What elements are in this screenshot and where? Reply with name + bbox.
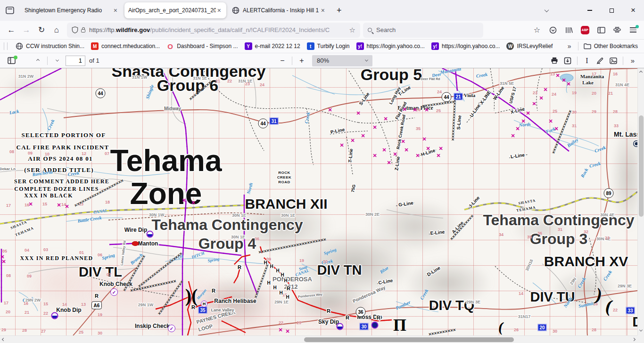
horizontal-scrollbar-thumb[interactable] — [304, 337, 514, 342]
next-page-button[interactable] — [50, 55, 64, 67]
list-all-tabs-button[interactable] — [539, 3, 553, 17]
dozer-x-mark: ✕ — [382, 147, 386, 153]
search-bar[interactable]: Search — [363, 23, 483, 38]
tab-close-icon[interactable]: × — [112, 7, 119, 14]
other-bookmarks-folder[interactable]: Other Bookmarks — [580, 41, 641, 51]
map-label: Inskip Check — [135, 323, 170, 329]
section-number: 33 — [614, 124, 619, 128]
section-number: 36 — [537, 231, 542, 236]
pdf-sidebar-toggle-button[interactable] — [5, 55, 18, 67]
dozer-x-mark: ✕ — [356, 111, 360, 116]
tab-close-icon[interactable]: × — [216, 7, 223, 14]
home-button[interactable]: ⌂ — [49, 23, 64, 38]
new-tab-button[interactable]: + — [332, 4, 347, 17]
map-marker-sqshield: A6 — [91, 302, 102, 310]
extensions-button[interactable] — [610, 23, 624, 37]
other-bookmarks-label: Other Bookmarks — [594, 43, 638, 49]
section-number: 07 — [105, 152, 109, 156]
map-marker-bluebox: 30 — [360, 323, 369, 330]
draw-tool-button[interactable] — [594, 55, 607, 67]
tab-airops[interactable]: AirOps_arch_e_port_20240731_2041_ × — [124, 2, 226, 18]
section-number: 20 — [323, 260, 328, 264]
zoom-in-button[interactable]: + — [295, 55, 308, 67]
map-label: PONDEROSA — [272, 276, 312, 282]
yahoo-login-icon: y! — [356, 42, 364, 50]
url-bar[interactable]: https://ftp.wildfire.gov/public/incident… — [67, 23, 360, 38]
map-marker-bluebox: 31 — [270, 118, 279, 125]
dozer-x-mark: ✕ — [393, 152, 397, 157]
reload-button[interactable]: ↻ — [34, 23, 49, 38]
map-label: Spring — [207, 257, 220, 263]
window-minimize-button[interactable] — [579, 0, 601, 21]
tab-close-icon[interactable]: × — [320, 7, 326, 14]
scroll-up-arrow-icon[interactable] — [639, 71, 643, 74]
section-number: 28 — [592, 328, 596, 332]
yahoo-mail-icon: Y — [245, 42, 252, 50]
scroll-right-arrow-icon[interactable] — [632, 338, 636, 341]
vertical-scrollbar-thumb[interactable] — [639, 115, 644, 217]
map-label: ROCK — [278, 171, 290, 175]
map-label: 29N — [570, 277, 578, 286]
scroll-left-arrow-icon[interactable] — [2, 338, 5, 341]
print-button[interactable] — [548, 55, 561, 67]
section-number: 25 — [553, 109, 557, 114]
map-label: 29N 1E — [274, 300, 289, 304]
bookmark-item[interactable]: W IRSLevyRelief — [503, 41, 556, 51]
map-label: Creek — [577, 277, 587, 289]
bookmark-item[interactable]: O Dashboard - Simpson ... — [163, 41, 241, 51]
bookmark-item[interactable]: M connect.mheducation... — [88, 41, 163, 51]
h-mark: H — [284, 278, 287, 283]
firefox-view-button[interactable] — [3, 3, 17, 17]
print-icon — [551, 57, 558, 64]
h-mark: H — [276, 269, 279, 273]
section-number: 04 — [25, 248, 29, 253]
url-domain: wildfire.gov — [116, 26, 150, 33]
section-number: 08 — [9, 150, 14, 154]
forward-button[interactable]: → — [19, 23, 34, 38]
add-image-tool-button[interactable] — [607, 55, 620, 67]
bookmark-item[interactable]: y! https://login.yahoo.co... — [353, 41, 428, 51]
scroll-down-arrow-icon[interactable] — [639, 328, 643, 332]
section-number: 24 — [552, 92, 556, 97]
map-label: Battle Creek — [77, 215, 102, 223]
bookmark-item[interactable]: CCW instruction Shin... — [12, 41, 88, 51]
section-number: 23 — [297, 321, 301, 325]
bookmark-label: https://login.yahoo.co... — [367, 43, 425, 49]
download-button[interactable] — [561, 55, 574, 67]
previous-page-button[interactable] — [31, 55, 44, 67]
bookmark-item[interactable]: y! https://login.yahoo.co... — [428, 41, 503, 51]
pdf-map-page[interactable]: .pl{stroke:#9a00c8;stroke-width:2.4;fill… — [0, 68, 637, 335]
pdf-viewer-toolbar: of 1 − + 80% I » — [0, 53, 644, 68]
pocket-button[interactable] — [546, 23, 560, 37]
map-label: Dekar Ln — [0, 167, 16, 171]
bookmark-item[interactable]: Y e-mail 2022 12 12 — [241, 41, 304, 51]
section-number: 07 — [107, 273, 111, 277]
save-to-bookmarks-button[interactable]: ☆ — [530, 23, 544, 37]
more-tools-button[interactable]: » — [626, 55, 639, 67]
window-maximize-button[interactable] — [601, 0, 622, 21]
map-label: BRANCH XII — [245, 197, 327, 211]
library-button[interactable] — [562, 23, 576, 37]
abp-icon: ABP — [581, 26, 589, 34]
tab-alertcalifornia[interactable]: ALERTCalifornia - Inskip Hill 1 × — [228, 2, 330, 18]
horizontal-scrollbar[interactable] — [0, 335, 637, 343]
bookmark-item[interactable]: t Turbify Login — [304, 41, 353, 51]
section-number: 25 — [436, 109, 441, 113]
map-marker-cshield: 44 — [258, 119, 268, 129]
map-label: C-Line — [378, 278, 393, 285]
zoom-out-button[interactable]: − — [276, 55, 289, 67]
h-mark: H — [270, 264, 273, 269]
zoom-level-select[interactable]: 80% — [312, 55, 372, 66]
sidebars-button[interactable] — [594, 23, 608, 37]
app-menu-button[interactable] — [626, 23, 640, 37]
page-number-input[interactable] — [66, 56, 85, 66]
back-button[interactable]: ← — [4, 23, 19, 38]
tab-shingletown[interactable]: Shingletown Emergency Radio × — [21, 2, 123, 18]
bookmark-page-star-icon[interactable]: ☆ — [349, 26, 355, 34]
vertical-scrollbar[interactable] — [637, 68, 644, 335]
window-close-button[interactable]: × — [622, 0, 644, 21]
map-label: AIR OPS 2024 08 01 — [28, 155, 93, 162]
adblock-plus-button[interactable]: ABP — [578, 23, 592, 37]
bookmarks-overflow-button[interactable]: » — [563, 42, 576, 50]
text-selection-tool-button[interactable]: I — [580, 55, 594, 67]
